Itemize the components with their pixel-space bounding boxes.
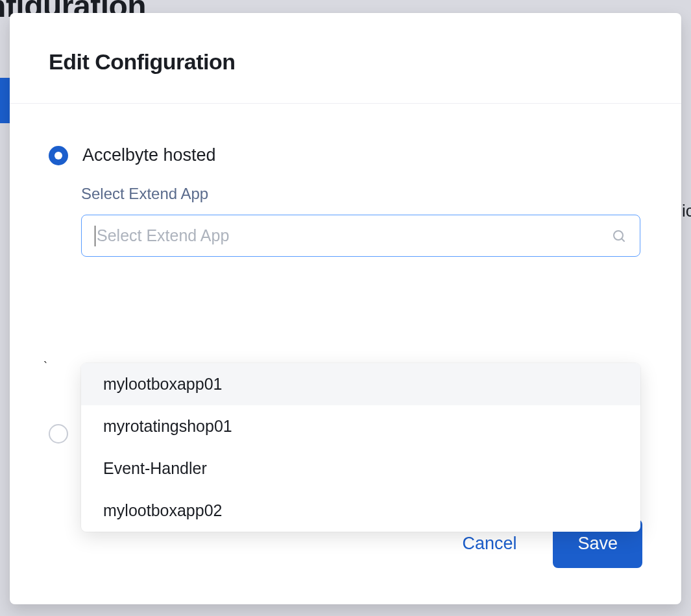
dropdown-option[interactable]: mylootboxapp01 (81, 363, 640, 405)
modal-body: Accelbyte hosted Select Extend App Selec… (10, 104, 681, 519)
extend-app-select-input[interactable]: Select Extend App (81, 215, 640, 257)
dropdown-option[interactable]: myrotatingshop01 (81, 405, 640, 447)
svg-line-1 (622, 239, 624, 241)
modal-footer: Cancel Save (10, 519, 681, 604)
radio-selected-icon (49, 146, 68, 165)
modal-title: Edit Configuration (49, 49, 642, 75)
edit-configuration-modal: Edit Configuration Accelbyte hosted Sele… (10, 13, 681, 604)
extend-app-field: Select Extend App Select Extend App (81, 185, 642, 257)
extend-app-dropdown: mylootboxapp01 myrotatingshop01 Event-Ha… (81, 363, 640, 532)
dropdown-option[interactable]: mylootboxapp02 (81, 490, 640, 532)
background-blue-strip (0, 78, 10, 123)
modal-header: Edit Configuration (10, 13, 681, 104)
cancel-button[interactable]: Cancel (457, 527, 522, 560)
extend-app-placeholder: Select Extend App (97, 226, 611, 245)
underlying-text-fragment: ` (43, 360, 47, 373)
radio-unselected-icon (49, 424, 68, 444)
background-right-fragment: ic (682, 201, 691, 227)
radio-option-second[interactable] (49, 424, 68, 444)
search-icon (611, 228, 627, 244)
radio-label-accelbyte: Accelbyte hosted (82, 145, 216, 165)
text-cursor-icon (95, 226, 95, 246)
dropdown-option[interactable]: Event-Handler (81, 447, 640, 490)
radio-option-accelbyte-hosted[interactable]: Accelbyte hosted (49, 145, 642, 165)
extend-app-label: Select Extend App (81, 185, 642, 203)
